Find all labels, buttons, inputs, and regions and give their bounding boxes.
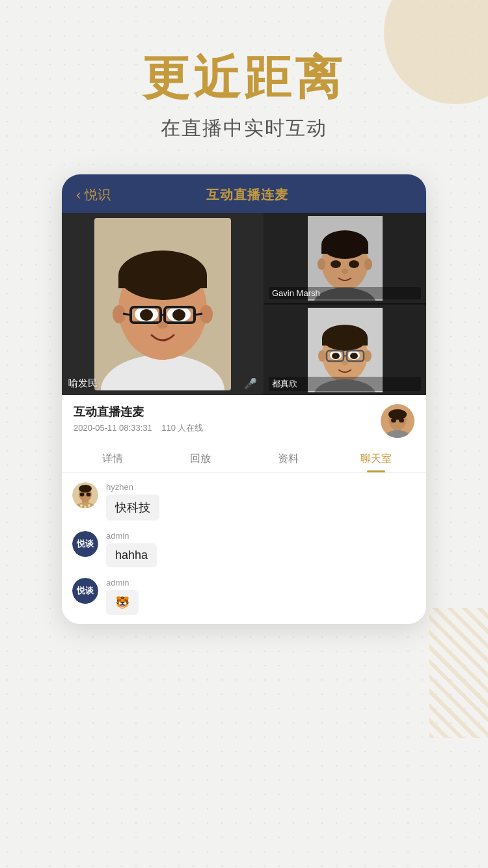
svg-point-59 xyxy=(87,493,91,496)
svg-point-10 xyxy=(140,309,153,321)
bg-decoration-stripe xyxy=(429,608,488,738)
chat-avatar-3: 悦谈 xyxy=(72,578,98,604)
chat-avatar-1 xyxy=(72,482,98,508)
svg-point-50 xyxy=(391,418,396,423)
svg-point-58 xyxy=(80,493,85,496)
chat-username-3: admin xyxy=(106,578,139,588)
tab-replay[interactable]: 回放 xyxy=(156,444,244,472)
admin-badge-2: 悦谈 xyxy=(72,531,98,557)
video-side: Gavin Marsh xyxy=(264,213,426,395)
chat-message-2: 悦谈 admin hahha xyxy=(72,531,416,567)
svg-point-51 xyxy=(399,418,404,423)
hyzhen-avatar xyxy=(72,482,98,508)
side-person-2-label: 都真欣 xyxy=(269,377,421,391)
svg-point-56 xyxy=(79,485,92,493)
svg-rect-5 xyxy=(118,275,207,288)
svg-point-62 xyxy=(80,504,83,507)
chat-avatar-2: 悦谈 xyxy=(72,531,98,557)
chat-message-3: 悦谈 admin 🐯 xyxy=(72,578,416,615)
side-person-1-label: Gavin Marsh xyxy=(269,287,421,299)
tab-details[interactable]: 详情 xyxy=(68,444,156,472)
svg-point-47 xyxy=(388,409,407,420)
svg-point-37 xyxy=(332,353,340,359)
info-online: 110 人在线 xyxy=(161,423,203,433)
svg-line-15 xyxy=(123,314,131,315)
chat-content-3: admin 🐯 xyxy=(106,578,139,615)
admin-badge-3: 悦谈 xyxy=(72,578,98,604)
hero-title: 更近距离 xyxy=(0,52,488,103)
svg-point-25 xyxy=(349,260,359,268)
svg-point-64 xyxy=(88,504,90,507)
info-left: 互动直播连麦 2020-05-11 08:33:31 110 人在线 xyxy=(74,404,203,434)
svg-point-34 xyxy=(364,350,372,362)
host-avatar-img xyxy=(381,404,414,438)
svg-rect-32 xyxy=(322,338,368,346)
chat-bubble-3: 🐯 xyxy=(106,590,139,615)
hero-subtitle: 在直播中实时互动 xyxy=(0,115,488,142)
svg-point-17 xyxy=(157,322,168,329)
host-avatar xyxy=(381,404,414,438)
info-date: 2020-05-11 08:33:31 xyxy=(74,423,152,433)
svg-point-33 xyxy=(318,350,326,362)
svg-point-24 xyxy=(331,260,341,268)
svg-line-16 xyxy=(195,314,202,315)
chat-content-1: hyzhen 快科技 xyxy=(106,482,159,521)
hero-section: 更近距离 在直播中实时互动 xyxy=(0,0,488,142)
svg-point-23 xyxy=(364,258,372,270)
svg-point-42 xyxy=(342,360,348,365)
phone-header: ‹ 悦识 互动直播连麦 xyxy=(62,174,426,213)
chat-area: hyzhen 快科技 悦谈 admin hahha 悦谈 xyxy=(62,473,426,624)
chat-username-1: hyzhen xyxy=(106,482,159,492)
chat-content-2: admin hahha xyxy=(106,531,157,567)
svg-point-63 xyxy=(84,506,87,508)
tab-chatroom[interactable]: 聊天室 xyxy=(332,444,420,472)
main-person-label: 喻发民 xyxy=(68,377,98,390)
video-grid: 喻发民 🎤 xyxy=(62,213,426,395)
svg-point-11 xyxy=(172,309,185,321)
svg-point-26 xyxy=(342,269,348,274)
info-row: 互动直播连麦 2020-05-11 08:33:31 110 人在线 xyxy=(62,395,426,444)
back-chevron-icon: ‹ xyxy=(76,187,81,204)
chat-message-1: hyzhen 快科技 xyxy=(72,482,416,521)
phone-card: ‹ 悦识 互动直播连麦 xyxy=(62,174,426,624)
mic-icon: 🎤 xyxy=(244,377,257,390)
chat-bubble-2: hahha xyxy=(106,543,157,567)
video-thumb-1: Gavin Marsh xyxy=(264,213,426,303)
svg-point-38 xyxy=(350,353,358,359)
video-thumb-2: 都真欣 xyxy=(264,305,426,395)
info-meta: 2020-05-11 08:33:31 110 人在线 xyxy=(74,422,203,434)
main-face-container xyxy=(62,213,264,395)
svg-rect-21 xyxy=(321,245,368,254)
chat-username-2: admin xyxy=(106,531,157,541)
tab-materials[interactable]: 资料 xyxy=(244,444,332,472)
tab-bar: 详情 回放 资料 聊天室 xyxy=(62,444,426,473)
info-title: 互动直播连麦 xyxy=(74,404,203,420)
main-person-avatar xyxy=(94,218,231,390)
video-main: 喻发民 🎤 xyxy=(62,213,264,395)
svg-point-22 xyxy=(318,258,325,270)
chat-bubble-1: 快科技 xyxy=(106,495,159,521)
header-title: 互动直播连麦 xyxy=(82,186,412,204)
